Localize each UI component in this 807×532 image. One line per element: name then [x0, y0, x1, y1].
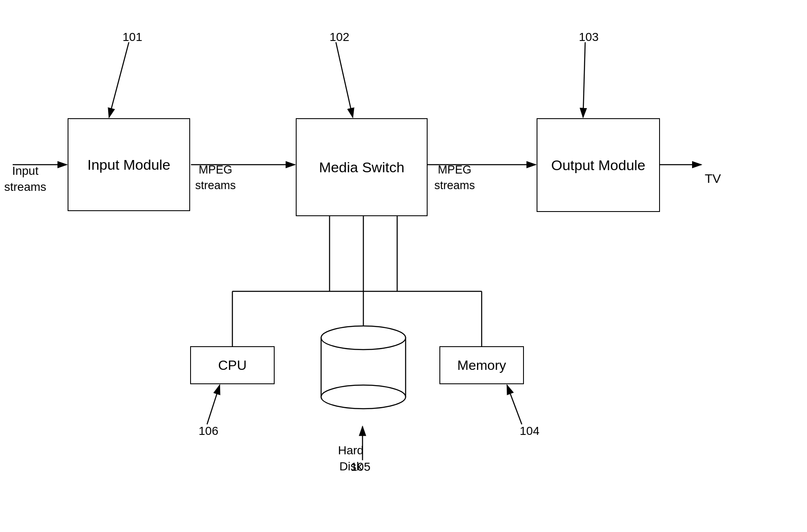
- svg-line-6: [109, 42, 129, 117]
- input-streams-label: Input streams: [4, 147, 46, 195]
- svg-point-20: [321, 326, 406, 350]
- tv-label: TV: [705, 157, 721, 186]
- ref-101: 101: [123, 30, 142, 44]
- ref-102: 102: [330, 30, 349, 44]
- output-module-label: Output Module: [551, 156, 645, 174]
- input-module-label: Input Module: [87, 155, 171, 174]
- diagram-svg: [0, 0, 807, 532]
- ref-103: 103: [579, 30, 599, 44]
- svg-line-8: [583, 42, 585, 117]
- svg-line-7: [336, 42, 353, 117]
- hard-disk-label: Hard Disk: [338, 426, 364, 474]
- svg-line-17: [507, 385, 522, 424]
- cpu-label: CPU: [218, 358, 247, 373]
- ref-106: 106: [199, 424, 218, 438]
- svg-point-21: [321, 385, 406, 409]
- mpeg-streams-2-label: MPEG streams: [434, 147, 475, 193]
- memory-box: Memory: [439, 346, 524, 384]
- input-module-box: Input Module: [68, 118, 190, 211]
- diagram: Input Module Media Switch Output Module …: [0, 0, 807, 532]
- media-switch-label: Media Switch: [319, 158, 404, 176]
- svg-line-16: [207, 385, 220, 424]
- output-module-box: Output Module: [537, 118, 660, 212]
- mpeg-streams-1-label: MPEG streams: [195, 147, 236, 193]
- memory-label: Memory: [457, 358, 506, 373]
- cpu-box: CPU: [190, 346, 275, 384]
- media-switch-box: Media Switch: [296, 118, 428, 216]
- ref-104: 104: [520, 424, 540, 438]
